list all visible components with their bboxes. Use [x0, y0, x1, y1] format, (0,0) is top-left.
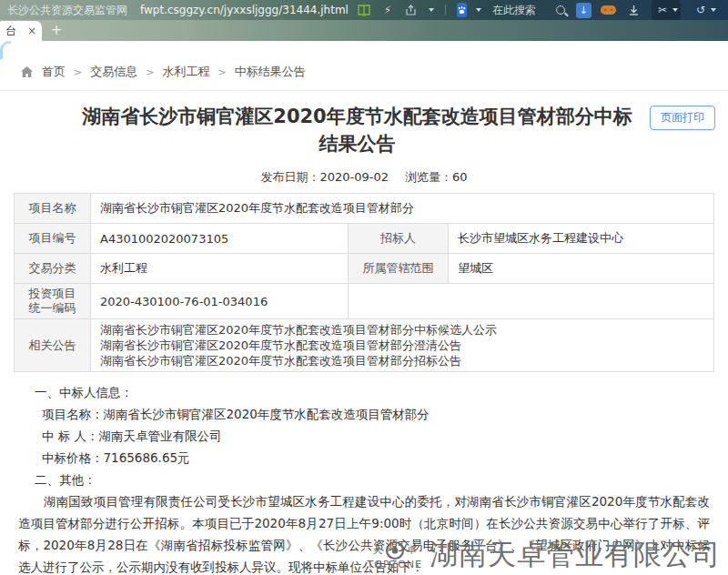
breadcrumb-item-result-notice[interactable]: 中标结果公告	[235, 64, 306, 80]
new-tab-button[interactable]: +	[47, 20, 66, 40]
related-notice-link[interactable]: 湖南省长沙市铜官灌区2020年度节水配套改造项目管材部分招标公告	[100, 353, 704, 368]
other-paragraph: 湖南国致项目管理有限责任公司受长沙市望城区水务工程建设中心的委托，对湖南省长沙市…	[18, 490, 710, 575]
title-section: 湖南省长沙市铜官灌区2020年度节水配套改造项目管材部分中标结果公告 页面打印	[0, 103, 728, 157]
share-icon[interactable]	[403, 2, 420, 18]
jurisdiction-value: 望城区	[449, 254, 714, 284]
project-no-value: A4301002020073105	[91, 224, 349, 254]
search-engine-icon[interactable]	[457, 3, 467, 17]
project-no-label: 项目编号	[15, 224, 91, 254]
screenshot-tool[interactable]: ✂	[652, 0, 681, 20]
breadcrumb-separator: >	[217, 66, 226, 78]
browser-tabbar: 台 × +	[0, 20, 728, 41]
window-title: 长沙公共资源交易监管网	[7, 3, 127, 18]
address-url[interactable]: fwpt.csggzy.cn/jyxxsljggg/31444.jhtml	[140, 4, 349, 16]
related-notice-link[interactable]: 湖南省长沙市铜官灌区2020年度节水配套改造项目管材部分中标候选人公示	[100, 322, 704, 338]
screenshot-dropdown-icon[interactable]	[672, 8, 678, 12]
winner-name-line: 中 标 人：湖南天卓管业有限公司	[18, 425, 710, 447]
search-engine-dropdown-icon[interactable]	[476, 8, 481, 12]
undo-dropdown-icon[interactable]	[711, 8, 716, 12]
tenderee-value: 长沙市望城区水务工程建设中心	[449, 224, 714, 254]
undo-tool[interactable]: ↺	[690, 0, 719, 20]
jurisdiction-label: 所属管辖范围	[349, 254, 449, 284]
breadcrumb-item-water-project[interactable]: 水利工程	[162, 64, 209, 80]
winner-price-line: 中标价格：7165686.65元	[18, 447, 710, 469]
reading-mode-icon[interactable]	[356, 2, 372, 18]
invest-code-label: 投资项目统一编码	[15, 284, 91, 319]
tenderee-label: 招标人	[349, 224, 449, 254]
publish-date-value: 2020-09-02	[319, 170, 389, 184]
related-notice-link[interactable]: 湖南省长沙市铜官灌区2020年度节水配套改造项目管材部分澄清公告	[100, 338, 704, 353]
project-name-label: 项目名称	[15, 194, 91, 224]
related-notices-label: 相关公告	[15, 319, 91, 372]
article-meta: 发布日期：2020-09-02浏览量：60	[0, 169, 728, 186]
invest-code-value: 2020-430100-76-01-034016	[91, 284, 349, 319]
empty-cell	[349, 284, 714, 319]
search-input[interactable]: 在此搜索	[492, 3, 536, 18]
games-icon[interactable]	[601, 2, 617, 18]
category-label: 交易分类	[15, 254, 91, 284]
toolbar-divider	[445, 5, 446, 15]
table-row: 项目编号 A4301002020073105 招标人 长沙市望城区水务工程建设中…	[15, 224, 714, 254]
project-name-value: 湖南省长沙市铜官灌区2020年度节水配套改造项目管材部分	[91, 194, 714, 224]
page-content: 首页 > 交易信息 > 水利工程 > 中标结果公告 湖南省长沙市铜官灌区2020…	[0, 41, 728, 575]
page-title: 湖南省长沙市铜官灌区2020年度节水配套改造项目管材部分中标结果公告	[73, 103, 642, 157]
table-row: 交易分类 水利工程 所属管辖范围 望城区	[15, 254, 714, 284]
tab-title: 台	[5, 24, 16, 39]
breadcrumb-separator: >	[146, 66, 154, 78]
browser-window: 长沙公共资源交易监管网 fwpt.csggzy.cn/jyxxsljggg/31…	[0, 0, 728, 575]
breadcrumb-home[interactable]: 首页	[42, 64, 66, 80]
views-label: 浏览量：	[405, 170, 452, 184]
toolbar-right-icons: ↓ ✂ ↺ ☾	[576, 0, 728, 20]
announcement-body: 一、中标人信息： 项目名称：湖南省长沙市铜官灌区2020年度节水配套改造项目管材…	[18, 381, 710, 575]
search-icon[interactable]	[552, 2, 569, 18]
undo-icon[interactable]: ↺	[693, 2, 709, 18]
breadcrumb-separator: >	[74, 66, 82, 78]
home-icon[interactable]	[20, 66, 34, 79]
publish-date-label: 发布日期：	[260, 170, 319, 184]
views-value: 60	[452, 170, 468, 184]
table-row: 投资项目统一编码 2020-430100-76-01-034016	[15, 284, 714, 319]
winner-project-name-line: 项目名称：湖南省长沙市铜官灌区2020年度节水配套改造项目管材部分	[18, 403, 710, 425]
download-icon[interactable]	[626, 2, 642, 18]
tab-close-icon[interactable]: ×	[27, 25, 36, 36]
breadcrumb: 首页 > 交易信息 > 水利工程 > 中标结果公告	[0, 41, 728, 91]
scissors-icon[interactable]: ✂	[654, 2, 671, 18]
breadcrumb-item-trade-info[interactable]: 交易信息	[90, 64, 137, 80]
chevron-down-icon[interactable]	[429, 8, 434, 12]
section2-heading: 二、其他：	[18, 469, 710, 490]
section1-heading: 一、中标人信息：	[18, 381, 710, 403]
table-row: 相关公告 湖南省长沙市铜官灌区2020年度节水配套改造项目管材部分中标候选人公示…	[15, 319, 714, 372]
active-tab[interactable]: 台 ×	[0, 21, 42, 41]
download-manager-icon[interactable]: ↓	[576, 3, 592, 18]
flash-icon[interactable]: ⚡	[379, 2, 396, 18]
print-page-button[interactable]: 页面打印	[650, 106, 715, 130]
project-info-table: 项目名称 湖南省长沙市铜官灌区2020年度节水配套改造项目管材部分 项目编号 A…	[14, 193, 714, 372]
category-value: 水利工程	[91, 254, 349, 284]
related-notices-cell: 湖南省长沙市铜官灌区2020年度节水配套改造项目管材部分中标候选人公示 湖南省长…	[91, 319, 714, 372]
page-corner-accent	[0, 41, 11, 59]
table-row: 项目名称 湖南省长沙市铜官灌区2020年度节水配套改造项目管材部分	[15, 194, 714, 224]
browser-topbar: 长沙公共资源交易监管网 fwpt.csggzy.cn/jyxxsljggg/31…	[0, 0, 728, 20]
